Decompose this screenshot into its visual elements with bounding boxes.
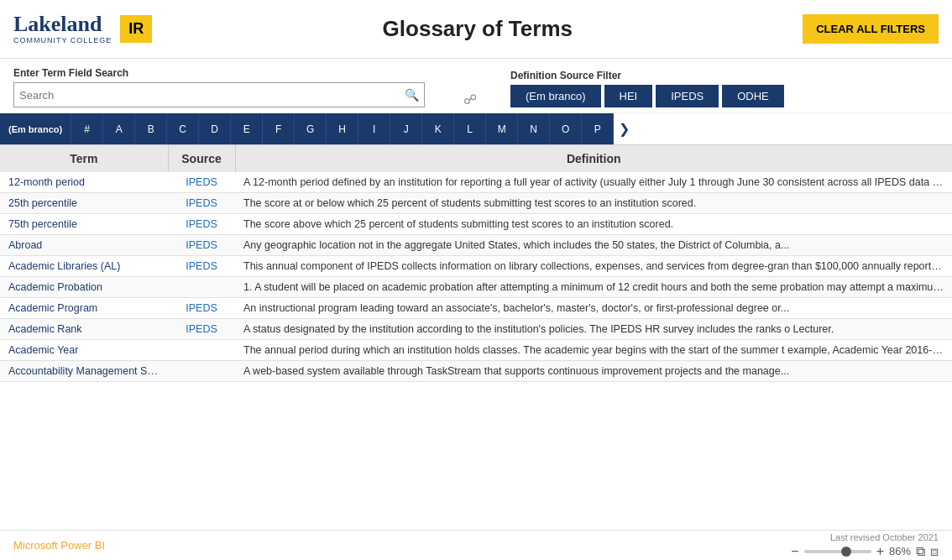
header: Lakeland COMMUNITY COLLEGE IR Glossary o… (0, 0, 952, 59)
alpha-f[interactable]: F (263, 113, 295, 144)
cell-source (168, 277, 235, 298)
cell-source: IPEDS (168, 256, 235, 277)
alpha-j[interactable]: J (390, 113, 422, 144)
cell-definition: A web-based system available through Tas… (235, 361, 952, 382)
logo-sub: COMMUNITY COLLEGE (13, 37, 112, 45)
source-filter-label: Definition Source Filter (510, 70, 784, 81)
logo-area: Lakeland COMMUNITY COLLEGE IR (13, 13, 152, 44)
table-row: Academic Probation1. A student will be p… (0, 277, 952, 298)
cell-term: Academic Probation (0, 277, 168, 298)
source-filter-odhe[interactable]: ODHE (722, 85, 784, 107)
cell-source: IPEDS (168, 193, 235, 214)
alpha-i[interactable]: I (358, 113, 390, 144)
alpha-a[interactable]: A (103, 113, 135, 144)
alpha-p[interactable]: P (582, 113, 614, 144)
cell-term: Abroad (0, 235, 168, 256)
cell-source: IPEDS (168, 298, 235, 319)
table-row: 12-month periodIPEDSA 12-month period de… (0, 172, 952, 193)
cell-term: 75th percentile (0, 214, 168, 235)
table-row: AbroadIPEDSAny geographic location not i… (0, 235, 952, 256)
cell-source (168, 340, 235, 361)
alpha-next-chevron[interactable]: ❯ (614, 113, 635, 144)
alpha-d[interactable]: D (199, 113, 231, 144)
table-row: Academic YearThe annual period during wh… (0, 340, 952, 361)
table-row: Accountability Management System (AMS)A … (0, 361, 952, 382)
bottom-bar: Microsoft Power BI Last revised October … (0, 530, 952, 560)
source-filter-buttons: (Em branco) HEI IPEDS ODHE (510, 85, 784, 107)
filters-row: Enter Term Field Search 🔍 ☍ Definition S… (0, 59, 952, 113)
table-row: 25th percentileIPEDSThe score at or belo… (0, 193, 952, 214)
filter-icon[interactable]: ☍ (463, 92, 477, 107)
logo-name: Lakeland (13, 13, 112, 37)
alpha-h[interactable]: H (327, 113, 358, 144)
cell-source: IPEDS (168, 214, 235, 235)
clear-all-filters-button[interactable]: CLEAR ALL FILTERS (803, 14, 939, 44)
cell-definition: A status designated by the institution a… (235, 319, 952, 340)
alpha-b[interactable]: B (135, 113, 167, 144)
col-header-term: Term (0, 145, 168, 172)
cell-source (168, 361, 235, 382)
table-row: Academic RankIPEDSA status designated by… (0, 319, 952, 340)
alpha-n[interactable]: N (518, 113, 550, 144)
cell-term: 25th percentile (0, 193, 168, 214)
cell-term: Accountability Management System (AMS) (0, 361, 168, 382)
col-header-definition: Definition (235, 145, 952, 172)
source-filter-hei[interactable]: HEI (604, 85, 653, 107)
zoom-minus-button[interactable]: − (791, 544, 798, 559)
glossary-table: Term Source Definition 12-month periodIP… (0, 145, 952, 382)
cell-definition: This annual component of IPEDS collects … (235, 256, 952, 277)
alpha-k[interactable]: K (422, 113, 454, 144)
search-box-wrap: 🔍 (13, 82, 425, 107)
ir-badge: IR (120, 15, 152, 43)
fullscreen-icon[interactable]: ⧈ (930, 544, 939, 559)
cell-source: IPEDS (168, 172, 235, 193)
source-filter-ipeds[interactable]: IPEDS (656, 85, 719, 107)
cell-definition: The annual period during which an instit… (235, 340, 952, 361)
alpha-c[interactable]: C (167, 113, 199, 144)
table-row: Academic Libraries (AL)IPEDSThis annual … (0, 256, 952, 277)
search-label: Enter Term Field Search (13, 67, 425, 79)
cell-source: IPEDS (168, 319, 235, 340)
cell-definition: 1. A student will be placed on academic … (235, 277, 952, 298)
cell-term: 12-month period (0, 172, 168, 193)
cell-term: Academic Rank (0, 319, 168, 340)
cell-definition: The score at or below which 25 percent o… (235, 193, 952, 214)
cell-definition: Any geographic location not in the aggre… (235, 235, 952, 256)
glossary-table-wrap: Term Source Definition 12-month periodIP… (0, 145, 952, 530)
alpha-l[interactable]: L (454, 113, 486, 144)
logo-text: Lakeland COMMUNITY COLLEGE (13, 13, 112, 44)
cell-definition: A 12-month period defined by an institut… (235, 172, 952, 193)
alpha-m[interactable]: M (486, 113, 518, 144)
zoom-slider[interactable] (804, 550, 871, 553)
last-revised: Last revised October 2021 (830, 532, 939, 542)
table-row: Academic ProgramIPEDSAn instructional pr… (0, 298, 952, 319)
powerbi-link[interactable]: Microsoft Power BI (13, 539, 105, 552)
zoom-controls: − + 86% ⧉ ⧈ (791, 544, 939, 559)
alpha-hash[interactable]: # (71, 113, 103, 144)
source-filter-em-branco[interactable]: (Em branco) (510, 85, 601, 107)
alpha-g[interactable]: G (295, 113, 327, 144)
zoom-plus-button[interactable]: + (876, 544, 884, 559)
alpha-em-branco[interactable]: (Em branco) (0, 113, 71, 144)
alpha-e[interactable]: E (231, 113, 263, 144)
cell-term: Academic Program (0, 298, 168, 319)
search-filter-group: Enter Term Field Search 🔍 (13, 67, 425, 107)
cell-source: IPEDS (168, 235, 235, 256)
source-filter-group: Definition Source Filter (Em branco) HEI… (510, 70, 784, 107)
page-title: Glossary of Terms (152, 16, 803, 42)
expand-icon[interactable]: ⧉ (916, 544, 925, 559)
search-input[interactable] (19, 89, 405, 102)
main-content: Enter Term Field Search 🔍 ☍ Definition S… (0, 59, 952, 560)
table-row: 75th percentileIPEDSThe score above whic… (0, 214, 952, 235)
cell-term: Academic Libraries (AL) (0, 256, 168, 277)
cell-term: Academic Year (0, 340, 168, 361)
search-icon: 🔍 (405, 88, 419, 102)
alpha-nav: (Em branco) # A B C D E F G H I J K L M … (0, 113, 952, 145)
cell-definition: The score above which 25 percent of stud… (235, 214, 952, 235)
cell-definition: An instructional program leading toward … (235, 298, 952, 319)
zoom-percent: 86% (889, 545, 911, 557)
col-header-source: Source (168, 145, 235, 172)
alpha-o[interactable]: O (550, 113, 582, 144)
